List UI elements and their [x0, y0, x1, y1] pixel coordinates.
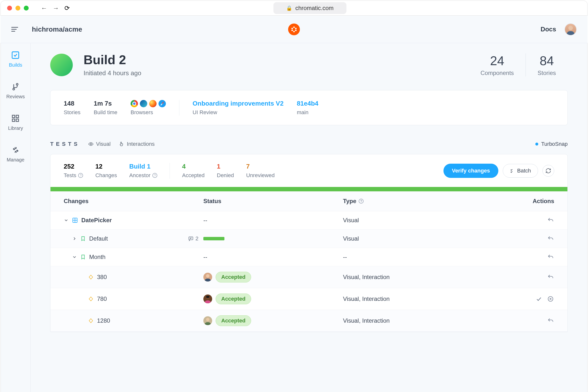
- info-commit: 81e4b4 main: [297, 100, 318, 116]
- undo-icon[interactable]: [547, 317, 554, 324]
- diamond-icon: [88, 274, 94, 280]
- help-icon[interactable]: ?: [78, 173, 83, 178]
- status-badge: Accepted: [216, 294, 251, 304]
- table-row[interactable]: 780 Accepted Visual, Interaction: [50, 288, 568, 310]
- svg-point-17: [206, 274, 210, 278]
- table-row[interactable]: 1280 Accepted Visual, Interaction: [50, 310, 568, 332]
- app-header: hichroma/acme Docs: [0, 16, 588, 43]
- main-content: Build 2 Initiated 4 hours ago 24 Compone…: [30, 16, 587, 392]
- chevron-right-icon[interactable]: [72, 236, 77, 241]
- window-controls: [7, 6, 29, 10]
- filter-visual[interactable]: Visual: [88, 141, 111, 147]
- info-buildtime: 1m 7s Build time: [94, 100, 117, 116]
- build-header: Build 2 Initiated 4 hours ago 24 Compone…: [50, 53, 568, 77]
- checklist-icon: [510, 168, 515, 173]
- component-icon: [72, 217, 78, 223]
- svg-point-6: [568, 26, 573, 30]
- docs-link[interactable]: Docs: [540, 26, 556, 33]
- svg-point-9: [13, 88, 15, 90]
- reload-button[interactable]: ⟳: [64, 4, 70, 12]
- summary-accepted: 4 Accepted: [182, 163, 204, 178]
- filter-interactions[interactable]: Interactions: [119, 141, 154, 147]
- table-row[interactable]: DatePicker -- Visual: [50, 211, 568, 230]
- undo-icon[interactable]: [547, 216, 554, 224]
- undo-icon[interactable]: [547, 253, 554, 261]
- chevron-down-icon[interactable]: [64, 218, 68, 223]
- batch-button[interactable]: Batch: [503, 164, 538, 178]
- table-row[interactable]: Month -- --: [50, 248, 568, 266]
- menu-toggle-icon[interactable]: [11, 24, 21, 34]
- manage-icon: [11, 145, 20, 154]
- sidebar: Builds Reviews Library Manage: [1, 16, 30, 392]
- close-window[interactable]: [7, 6, 12, 10]
- ancestor-link[interactable]: Build 1: [129, 163, 157, 170]
- status-badge: Accepted: [216, 272, 251, 282]
- edge-icon: [140, 100, 147, 107]
- svg-rect-10: [12, 115, 15, 118]
- comment-count[interactable]: 2: [188, 236, 198, 242]
- info-browsers: Browsers: [130, 100, 166, 116]
- svg-rect-12: [12, 119, 15, 122]
- help-icon[interactable]: ?: [359, 199, 364, 204]
- refresh-button[interactable]: [542, 165, 554, 177]
- maximize-window[interactable]: [24, 6, 29, 10]
- build-subtitle: Initiated 4 hours ago: [84, 69, 141, 77]
- bookmark-icon: [80, 254, 86, 260]
- sidebar-item-library[interactable]: Library: [8, 114, 23, 131]
- svg-point-14: [90, 143, 92, 145]
- user-avatar[interactable]: [564, 23, 577, 36]
- turbosnap-indicator[interactable]: TurboSnap: [535, 141, 568, 147]
- reviewer-avatar[interactable]: [203, 294, 212, 303]
- sidebar-item-manage[interactable]: Manage: [6, 145, 24, 163]
- chrome-icon: [130, 100, 138, 107]
- eye-icon: [88, 141, 94, 147]
- ui-review-link[interactable]: Onboarding improvements V2: [192, 100, 284, 107]
- turbosnap-dot-icon: [535, 142, 538, 146]
- help-icon[interactable]: ?: [152, 173, 157, 178]
- address-bar[interactable]: 🔒 chromatic.com: [274, 2, 346, 14]
- back-button[interactable]: ←: [41, 4, 47, 12]
- status-bar-segment: [203, 237, 224, 240]
- page-title: Build 2: [84, 53, 141, 67]
- svg-point-20: [206, 318, 210, 321]
- svg-point-0: [293, 26, 295, 28]
- verify-changes-button[interactable]: Verify changes: [444, 164, 498, 178]
- forward-button[interactable]: →: [53, 4, 59, 12]
- breadcrumb[interactable]: hichroma/acme: [32, 26, 82, 33]
- svg-rect-11: [16, 115, 18, 118]
- accept-icon[interactable]: [535, 295, 542, 302]
- status-badge: Accepted: [216, 315, 251, 326]
- sidebar-item-builds[interactable]: Builds: [9, 50, 22, 68]
- sidebar-item-reviews[interactable]: Reviews: [6, 82, 25, 100]
- nav-arrows: ← →: [41, 4, 59, 12]
- deny-icon[interactable]: [547, 295, 554, 302]
- library-icon: [11, 114, 20, 123]
- bookmark-icon: [80, 236, 86, 241]
- reviewer-avatar[interactable]: [203, 273, 212, 282]
- build-status-icon: [50, 54, 73, 76]
- svg-point-1: [295, 28, 297, 29]
- comment-icon: [188, 236, 194, 241]
- table-row[interactable]: 380 Accepted Visual, Interaction: [50, 266, 568, 288]
- reviewer-avatar[interactable]: [203, 316, 212, 325]
- chromatic-logo-icon[interactable]: [288, 24, 300, 35]
- diamond-icon: [88, 318, 94, 324]
- table-row[interactable]: Default 2 Visual: [50, 230, 568, 248]
- tests-label: TESTS: [50, 141, 80, 147]
- browser-chrome: ← → ⟳ 🔒 chromatic.com: [0, 0, 588, 16]
- undo-icon[interactable]: [547, 235, 554, 242]
- commit-link[interactable]: 81e4b4: [297, 100, 318, 107]
- summary-unreviewed: 7 Unreviewed: [246, 163, 275, 178]
- progress-bar: [50, 187, 568, 191]
- firefox-icon: [149, 100, 156, 107]
- chevron-down-icon[interactable]: [72, 254, 77, 260]
- svg-rect-7: [12, 52, 19, 58]
- summary-tests: 252 Tests?: [64, 163, 83, 178]
- svg-rect-16: [189, 237, 193, 240]
- summary-denied: 1 Denied: [217, 163, 234, 178]
- minimize-window[interactable]: [16, 6, 20, 10]
- svg-point-4: [292, 30, 293, 31]
- safari-icon: [158, 100, 166, 107]
- undo-icon[interactable]: [547, 274, 554, 281]
- divider: [170, 163, 170, 178]
